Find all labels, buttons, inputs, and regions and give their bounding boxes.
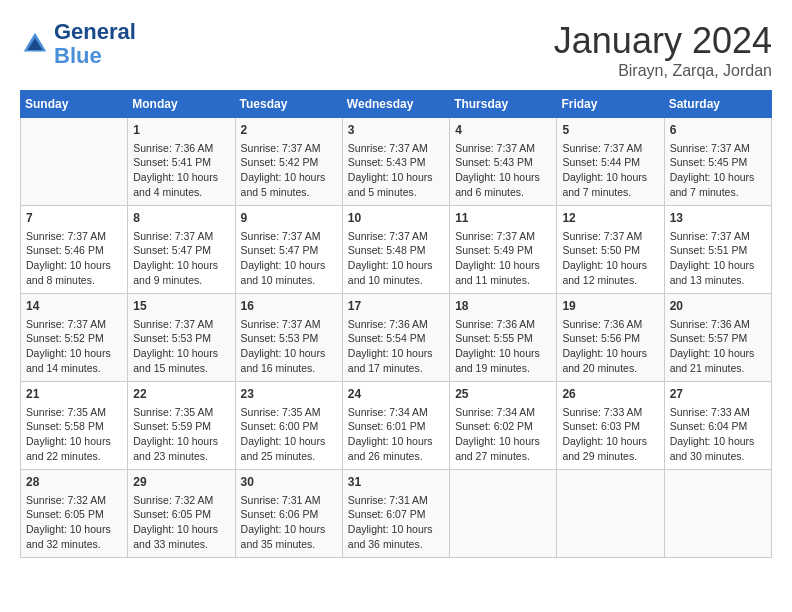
calendar-table: SundayMondayTuesdayWednesdayThursdayFrid… <box>20 90 772 558</box>
day-number: 4 <box>455 122 551 139</box>
day-info: Sunrise: 7:33 AM Sunset: 6:04 PM Dayligh… <box>670 405 766 464</box>
day-info: Sunrise: 7:36 AM Sunset: 5:41 PM Dayligh… <box>133 141 229 200</box>
column-header-saturday: Saturday <box>664 91 771 118</box>
calendar-cell: 15Sunrise: 7:37 AM Sunset: 5:53 PM Dayli… <box>128 294 235 382</box>
day-info: Sunrise: 7:32 AM Sunset: 6:05 PM Dayligh… <box>26 493 122 552</box>
logo-text: General Blue <box>54 20 136 68</box>
day-number: 30 <box>241 474 337 491</box>
day-info: Sunrise: 7:37 AM Sunset: 5:52 PM Dayligh… <box>26 317 122 376</box>
day-info: Sunrise: 7:37 AM Sunset: 5:46 PM Dayligh… <box>26 229 122 288</box>
day-number: 7 <box>26 210 122 227</box>
day-info: Sunrise: 7:37 AM Sunset: 5:43 PM Dayligh… <box>455 141 551 200</box>
day-number: 12 <box>562 210 658 227</box>
column-header-thursday: Thursday <box>450 91 557 118</box>
calendar-cell: 22Sunrise: 7:35 AM Sunset: 5:59 PM Dayli… <box>128 382 235 470</box>
column-header-wednesday: Wednesday <box>342 91 449 118</box>
day-info: Sunrise: 7:37 AM Sunset: 5:47 PM Dayligh… <box>133 229 229 288</box>
day-info: Sunrise: 7:33 AM Sunset: 6:03 PM Dayligh… <box>562 405 658 464</box>
calendar-cell: 1Sunrise: 7:36 AM Sunset: 5:41 PM Daylig… <box>128 118 235 206</box>
day-number: 15 <box>133 298 229 315</box>
day-info: Sunrise: 7:31 AM Sunset: 6:06 PM Dayligh… <box>241 493 337 552</box>
day-number: 23 <box>241 386 337 403</box>
day-number: 9 <box>241 210 337 227</box>
calendar-cell: 21Sunrise: 7:35 AM Sunset: 5:58 PM Dayli… <box>21 382 128 470</box>
day-number: 24 <box>348 386 444 403</box>
calendar-cell: 6Sunrise: 7:37 AM Sunset: 5:45 PM Daylig… <box>664 118 771 206</box>
calendar-cell <box>557 470 664 558</box>
day-info: Sunrise: 7:37 AM Sunset: 5:53 PM Dayligh… <box>133 317 229 376</box>
day-number: 3 <box>348 122 444 139</box>
day-number: 20 <box>670 298 766 315</box>
calendar-cell: 25Sunrise: 7:34 AM Sunset: 6:02 PM Dayli… <box>450 382 557 470</box>
calendar-cell: 31Sunrise: 7:31 AM Sunset: 6:07 PM Dayli… <box>342 470 449 558</box>
day-number: 18 <box>455 298 551 315</box>
logo-line1: General <box>54 20 136 44</box>
title-block: January 2024 Birayn, Zarqa, Jordan <box>554 20 772 80</box>
day-info: Sunrise: 7:34 AM Sunset: 6:01 PM Dayligh… <box>348 405 444 464</box>
day-info: Sunrise: 7:37 AM Sunset: 5:44 PM Dayligh… <box>562 141 658 200</box>
column-header-sunday: Sunday <box>21 91 128 118</box>
day-number: 6 <box>670 122 766 139</box>
week-row-2: 7Sunrise: 7:37 AM Sunset: 5:46 PM Daylig… <box>21 206 772 294</box>
day-info: Sunrise: 7:36 AM Sunset: 5:56 PM Dayligh… <box>562 317 658 376</box>
week-row-4: 21Sunrise: 7:35 AM Sunset: 5:58 PM Dayli… <box>21 382 772 470</box>
calendar-cell: 3Sunrise: 7:37 AM Sunset: 5:43 PM Daylig… <box>342 118 449 206</box>
logo: General Blue <box>20 20 136 68</box>
week-row-3: 14Sunrise: 7:37 AM Sunset: 5:52 PM Dayli… <box>21 294 772 382</box>
day-number: 21 <box>26 386 122 403</box>
calendar-cell: 4Sunrise: 7:37 AM Sunset: 5:43 PM Daylig… <box>450 118 557 206</box>
calendar-cell <box>664 470 771 558</box>
week-row-5: 28Sunrise: 7:32 AM Sunset: 6:05 PM Dayli… <box>21 470 772 558</box>
calendar-cell: 5Sunrise: 7:37 AM Sunset: 5:44 PM Daylig… <box>557 118 664 206</box>
day-info: Sunrise: 7:37 AM Sunset: 5:42 PM Dayligh… <box>241 141 337 200</box>
day-info: Sunrise: 7:37 AM Sunset: 5:49 PM Dayligh… <box>455 229 551 288</box>
day-number: 25 <box>455 386 551 403</box>
calendar-cell: 13Sunrise: 7:37 AM Sunset: 5:51 PM Dayli… <box>664 206 771 294</box>
calendar-cell: 14Sunrise: 7:37 AM Sunset: 5:52 PM Dayli… <box>21 294 128 382</box>
day-number: 13 <box>670 210 766 227</box>
calendar-cell: 16Sunrise: 7:37 AM Sunset: 5:53 PM Dayli… <box>235 294 342 382</box>
column-header-monday: Monday <box>128 91 235 118</box>
calendar-cell: 19Sunrise: 7:36 AM Sunset: 5:56 PM Dayli… <box>557 294 664 382</box>
page-header: General Blue January 2024 Birayn, Zarqa,… <box>20 20 772 80</box>
calendar-cell: 27Sunrise: 7:33 AM Sunset: 6:04 PM Dayli… <box>664 382 771 470</box>
location: Birayn, Zarqa, Jordan <box>554 62 772 80</box>
day-number: 22 <box>133 386 229 403</box>
day-info: Sunrise: 7:36 AM Sunset: 5:54 PM Dayligh… <box>348 317 444 376</box>
day-number: 5 <box>562 122 658 139</box>
day-info: Sunrise: 7:37 AM Sunset: 5:47 PM Dayligh… <box>241 229 337 288</box>
column-header-tuesday: Tuesday <box>235 91 342 118</box>
calendar-cell: 18Sunrise: 7:36 AM Sunset: 5:55 PM Dayli… <box>450 294 557 382</box>
day-info: Sunrise: 7:35 AM Sunset: 5:59 PM Dayligh… <box>133 405 229 464</box>
calendar-cell: 28Sunrise: 7:32 AM Sunset: 6:05 PM Dayli… <box>21 470 128 558</box>
column-header-friday: Friday <box>557 91 664 118</box>
calendar-cell <box>21 118 128 206</box>
calendar-cell: 23Sunrise: 7:35 AM Sunset: 6:00 PM Dayli… <box>235 382 342 470</box>
day-number: 14 <box>26 298 122 315</box>
day-info: Sunrise: 7:37 AM Sunset: 5:43 PM Dayligh… <box>348 141 444 200</box>
calendar-cell: 11Sunrise: 7:37 AM Sunset: 5:49 PM Dayli… <box>450 206 557 294</box>
day-info: Sunrise: 7:35 AM Sunset: 6:00 PM Dayligh… <box>241 405 337 464</box>
day-info: Sunrise: 7:37 AM Sunset: 5:48 PM Dayligh… <box>348 229 444 288</box>
day-number: 10 <box>348 210 444 227</box>
calendar-cell: 29Sunrise: 7:32 AM Sunset: 6:05 PM Dayli… <box>128 470 235 558</box>
day-number: 31 <box>348 474 444 491</box>
day-info: Sunrise: 7:37 AM Sunset: 5:50 PM Dayligh… <box>562 229 658 288</box>
day-number: 11 <box>455 210 551 227</box>
day-info: Sunrise: 7:32 AM Sunset: 6:05 PM Dayligh… <box>133 493 229 552</box>
week-row-1: 1Sunrise: 7:36 AM Sunset: 5:41 PM Daylig… <box>21 118 772 206</box>
calendar-cell <box>450 470 557 558</box>
day-number: 19 <box>562 298 658 315</box>
calendar-cell: 17Sunrise: 7:36 AM Sunset: 5:54 PM Dayli… <box>342 294 449 382</box>
day-info: Sunrise: 7:37 AM Sunset: 5:51 PM Dayligh… <box>670 229 766 288</box>
day-number: 28 <box>26 474 122 491</box>
calendar-cell: 24Sunrise: 7:34 AM Sunset: 6:01 PM Dayli… <box>342 382 449 470</box>
calendar-cell: 20Sunrise: 7:36 AM Sunset: 5:57 PM Dayli… <box>664 294 771 382</box>
day-number: 8 <box>133 210 229 227</box>
day-number: 1 <box>133 122 229 139</box>
day-info: Sunrise: 7:37 AM Sunset: 5:45 PM Dayligh… <box>670 141 766 200</box>
day-number: 16 <box>241 298 337 315</box>
calendar-cell: 30Sunrise: 7:31 AM Sunset: 6:06 PM Dayli… <box>235 470 342 558</box>
calendar-cell: 7Sunrise: 7:37 AM Sunset: 5:46 PM Daylig… <box>21 206 128 294</box>
calendar-cell: 2Sunrise: 7:37 AM Sunset: 5:42 PM Daylig… <box>235 118 342 206</box>
